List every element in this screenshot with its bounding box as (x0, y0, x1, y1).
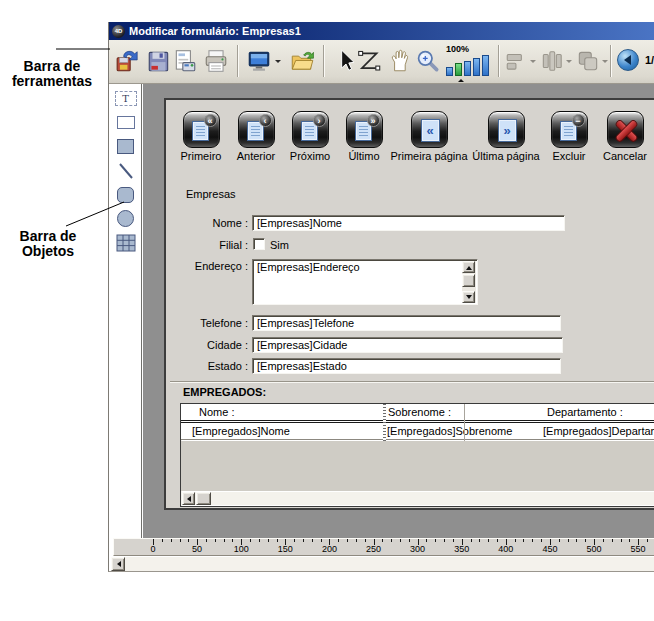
telefone-field[interactable]: [Empresas]Telefone (252, 315, 561, 331)
endereco-scrollbar[interactable] (462, 261, 476, 303)
ruler-tick (268, 539, 269, 542)
display-mode-icon (246, 47, 272, 75)
hand-tool-button[interactable] (387, 47, 413, 75)
header-divider (181, 420, 654, 421)
ellipse-tool[interactable] (114, 208, 137, 229)
ruler-tick (215, 539, 216, 542)
align-icon (504, 47, 530, 75)
toolbar-separator (323, 45, 325, 77)
line-tool[interactable] (114, 160, 137, 181)
ruler-tick (559, 539, 560, 542)
rounded-rectangle-icon (117, 187, 134, 203)
filial-checkbox[interactable] (253, 238, 265, 250)
ruler-tick (603, 539, 604, 542)
tab-tool-icon (117, 116, 135, 129)
zoom-marker (458, 76, 464, 82)
subform-data-row: [Empregados]Nome [Empregados]Sobrenome [… (181, 423, 654, 440)
ruler-tick (277, 539, 278, 542)
distribute-button-disabled (539, 47, 565, 75)
window-body: T « (109, 84, 654, 571)
ruler-tick (347, 539, 348, 542)
rounded-rectangle-tool[interactable] (114, 184, 137, 205)
ruler-tick (259, 539, 260, 542)
endereco-textarea[interactable]: [Empresas]Endereço (252, 259, 478, 305)
zoom-bar[interactable] (446, 67, 453, 76)
endereco-label: Endereço : (176, 260, 248, 273)
left-arrow-icon (184, 496, 191, 502)
save-button[interactable] (146, 47, 172, 75)
scroll-thumb[interactable] (196, 492, 211, 505)
subform-empty-area (181, 441, 654, 491)
zoom-bar[interactable] (473, 58, 480, 76)
empregados-title: EMPREGADOS: (183, 386, 266, 399)
ruler-tick-label: 550 (626, 544, 650, 554)
zoom-icon (415, 47, 441, 75)
group-dropdown-caret (602, 60, 608, 66)
subform-scrollbar[interactable] (182, 492, 654, 505)
previous-page-icon (619, 55, 631, 65)
display-mode-button[interactable] (246, 47, 272, 75)
rectangle-tool[interactable] (114, 136, 137, 157)
annotation-objects-label: Barra de Objetos (0, 229, 96, 259)
open-form-button[interactable] (289, 47, 315, 75)
scroll-thumb[interactable] (462, 274, 475, 287)
print-button[interactable] (203, 47, 229, 75)
cidade-label: Cidade : (176, 339, 248, 352)
telefone-label: Telefone : (176, 317, 248, 330)
ruler-tick (444, 539, 445, 542)
save-icon (146, 47, 172, 75)
ruler-tick-label: 300 (406, 544, 430, 554)
rectangle-icon (117, 139, 134, 154)
scroll-left-button[interactable] (111, 557, 125, 571)
nome-field[interactable]: [Empresas]Nome (252, 215, 565, 231)
form-editor-window: 4D Modificar formulário: Empresas1 (108, 22, 654, 572)
tab-control-tool[interactable] (114, 112, 137, 133)
up-arrow-icon (466, 263, 472, 270)
scroll-down-button[interactable] (462, 291, 475, 303)
zoom-tool-button[interactable] (415, 47, 441, 75)
empregados-subform-table[interactable]: Nome : Sobrenome : Departamento : [Empre… (180, 403, 654, 507)
ruler-tick (303, 539, 304, 542)
column-header-sobrenome: Sobrenome : (388, 404, 451, 420)
zoom-bar[interactable] (464, 61, 471, 76)
scroll-left-button[interactable] (182, 492, 195, 505)
ruler-tick (188, 539, 189, 542)
ruler-tick (294, 539, 295, 542)
column-resize-handle[interactable] (383, 404, 386, 441)
ruler-tick (479, 539, 480, 542)
zoom-scale-bars[interactable] (446, 55, 489, 76)
revert-button[interactable] (115, 47, 141, 75)
horizontal-scrollbar[interactable] (111, 557, 654, 571)
column-separator (464, 404, 465, 441)
zoom-bar-selected[interactable] (455, 63, 462, 76)
cancel-x-icon (614, 118, 639, 143)
form-button-cancelar[interactable]: Cancelar (580, 111, 654, 162)
column-header-nome: Nome : (199, 404, 234, 420)
left-arrow-icon (114, 561, 121, 567)
annotation-toolbar-label: Barra de ferramentas (0, 59, 104, 89)
ruler-tick-label: 350 (450, 544, 474, 554)
display-mode-dropdown-caret[interactable] (275, 60, 281, 66)
ruler-tick (426, 539, 427, 542)
estado-field[interactable]: [Empresas]Estado (252, 358, 561, 374)
cidade-field[interactable]: [Empresas]Cidade (252, 337, 563, 353)
ruler-tick (471, 539, 472, 542)
4d-app-icon: 4D (112, 25, 125, 38)
print-preview-button[interactable] (172, 47, 198, 75)
polyline-tool-button[interactable] (356, 47, 382, 75)
cell-nome: [Empregados]Nome (192, 423, 290, 439)
ruler: 050100150200250300350400450500550 (113, 538, 654, 556)
distribute-icon (539, 47, 565, 75)
first-page-icon: « (421, 119, 440, 142)
ruler-tick (621, 539, 622, 542)
titlebar: 4D Modificar formulário: Empresas1 (109, 22, 654, 40)
zoom-scale-widget[interactable]: 100% (446, 44, 494, 78)
grid-tool[interactable] (114, 232, 137, 253)
previous-page-button[interactable] (617, 49, 639, 71)
group-icon (575, 47, 601, 75)
text-area-tool[interactable]: T (114, 88, 137, 109)
ruler-tick (171, 539, 172, 542)
ruler-tick (488, 539, 489, 542)
zoom-bar[interactable] (482, 55, 489, 76)
scroll-up-button[interactable] (462, 261, 475, 273)
